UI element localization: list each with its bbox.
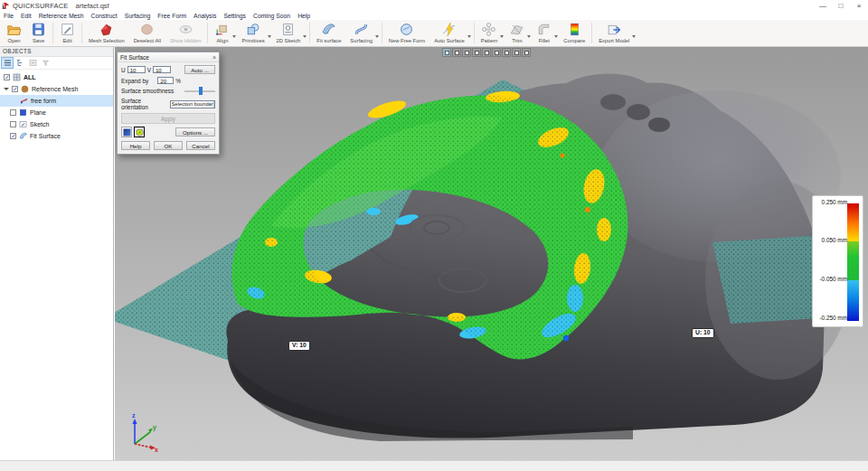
deselect-all-button[interactable]: Deselect All bbox=[129, 20, 165, 46]
smoothness-slider[interactable] bbox=[184, 87, 215, 95]
expand-by-label: Expand by bbox=[121, 78, 148, 84]
checkbox-fit-surface[interactable]: ✓ bbox=[10, 133, 16, 139]
view-isometric-button[interactable] bbox=[442, 48, 451, 57]
title-bar: QUICKSURFACE artefact.qsf — □ × bbox=[0, 0, 868, 11]
menu-help[interactable]: Help bbox=[294, 13, 314, 19]
tree-item-all[interactable]: ✓ ALL bbox=[0, 71, 113, 83]
v-input[interactable]: 10 bbox=[153, 66, 171, 73]
toolbar-separator bbox=[591, 23, 592, 43]
viewport-3d[interactable]: Fit Surface × U 10 V 10 Auto ... Expand … bbox=[115, 47, 868, 461]
tree-view-button[interactable] bbox=[14, 58, 25, 68]
view-bottom-button[interactable] bbox=[502, 48, 511, 57]
2d-sketch-icon bbox=[280, 22, 296, 37]
tree-label-all: ALL bbox=[24, 74, 36, 80]
menu-file[interactable]: File bbox=[0, 13, 17, 19]
legend-value-upper: 0.050 mm bbox=[815, 237, 847, 243]
collapse-arrow-icon[interactable] bbox=[4, 88, 9, 90]
options-button[interactable]: Options ... bbox=[175, 127, 215, 137]
document-title: artefact.qsf bbox=[76, 2, 109, 10]
objects-tree: ✓ ALL ✓ Reference Mesh free form bbox=[0, 71, 113, 142]
align-button[interactable]: Align bbox=[210, 20, 234, 46]
open-button[interactable]: Open bbox=[2, 20, 26, 46]
menu-settings[interactable]: Settings bbox=[220, 13, 250, 19]
trim-button[interactable]: Trim bbox=[505, 20, 529, 46]
tree-item-fit-surface[interactable]: ✓ Fit Surface bbox=[0, 130, 113, 142]
2d-sketch-button[interactable]: 2D Sketch bbox=[272, 20, 306, 46]
toolbar-separator bbox=[309, 23, 310, 43]
u-count-tag: U: 10 bbox=[692, 328, 714, 338]
view-back-button[interactable] bbox=[462, 48, 471, 57]
deselect-all-icon bbox=[139, 22, 155, 37]
tree-item-plane[interactable]: Plane bbox=[0, 107, 113, 118]
objects-panel: OBJECTS ✓ bbox=[0, 47, 114, 461]
edit-button[interactable]: Edit bbox=[55, 20, 80, 46]
tree-item-sketch[interactable]: Sketch bbox=[0, 118, 113, 130]
filter-button[interactable] bbox=[40, 58, 51, 68]
toolbar-separator bbox=[474, 23, 475, 43]
surfacing-icon bbox=[354, 22, 369, 37]
auto-button[interactable]: Auto ... bbox=[184, 65, 215, 74]
tree-item-free-form[interactable]: free form bbox=[0, 95, 113, 107]
checkbox-reference-mesh[interactable]: ✓ bbox=[12, 86, 18, 92]
axis-z-label: z bbox=[132, 412, 136, 419]
tree-item-reference-mesh[interactable]: ✓ Reference Mesh bbox=[0, 83, 113, 95]
app-title: QUICKSURFACE bbox=[13, 2, 69, 10]
help-button[interactable]: Help bbox=[121, 141, 150, 150]
dialog-close-icon[interactable]: × bbox=[212, 54, 216, 61]
compare-button[interactable]: Compare bbox=[559, 20, 590, 46]
fit-surface-button[interactable]: Fit surface bbox=[312, 20, 345, 46]
surfacing-button[interactable]: Surfacing bbox=[345, 20, 377, 46]
menu-construct[interactable]: Construct bbox=[88, 13, 121, 19]
new-free-form-button[interactable]: New Free Form bbox=[384, 20, 429, 46]
view-front-button[interactable] bbox=[452, 48, 461, 57]
checkbox-all[interactable]: ✓ bbox=[4, 74, 10, 80]
fillet-button[interactable]: Fillet bbox=[532, 20, 556, 46]
pattern-button[interactable]: Pattern bbox=[476, 20, 503, 46]
plain-color-toggle-button[interactable] bbox=[121, 127, 132, 137]
apply-button[interactable]: Apply bbox=[121, 113, 215, 124]
percent-label: % bbox=[175, 78, 181, 84]
dialog-title-bar[interactable]: Fit Surface × bbox=[118, 52, 219, 62]
app-logo-icon bbox=[2, 2, 10, 10]
ok-button[interactable]: OK bbox=[154, 141, 183, 150]
filter-icon bbox=[42, 59, 50, 67]
view-zoom-fit-button[interactable] bbox=[522, 48, 531, 57]
list-view-button[interactable] bbox=[2, 58, 13, 68]
view-top-button[interactable] bbox=[492, 48, 501, 57]
show-hidden-button[interactable]: Show Hidden bbox=[165, 20, 205, 46]
view-left-button[interactable] bbox=[472, 48, 481, 57]
expand-by-input[interactable]: 20 bbox=[157, 77, 174, 84]
expand-all-button[interactable] bbox=[27, 58, 38, 68]
select-dropdown-icon[interactable] bbox=[213, 101, 215, 108]
cancel-button[interactable]: Cancel bbox=[186, 141, 215, 150]
mesh-selection-button[interactable]: Mesh Selection bbox=[84, 20, 129, 46]
menu-coming-soon[interactable]: Coming Soon bbox=[250, 13, 294, 19]
checkbox-sketch[interactable] bbox=[10, 121, 16, 127]
primitives-button[interactable]: Primitives bbox=[237, 20, 269, 46]
deviation-legend: 0.250 mm 0.050 mm -0.050 mm -0.250 mm bbox=[812, 195, 863, 327]
minimize-button[interactable]: — bbox=[814, 0, 832, 11]
view-rotate-button[interactable] bbox=[512, 48, 521, 57]
menu-free-form[interactable]: Free Form bbox=[154, 13, 190, 19]
close-button[interactable]: × bbox=[850, 0, 868, 11]
tree-label-reference-mesh: Reference Mesh bbox=[32, 86, 78, 92]
plane-icon bbox=[19, 108, 27, 117]
colormap-toggle-button[interactable] bbox=[134, 127, 145, 137]
save-button[interactable]: Save bbox=[26, 20, 51, 46]
reference-mesh-icon bbox=[21, 85, 29, 93]
fillet-icon bbox=[536, 22, 552, 37]
view-right-button[interactable] bbox=[482, 48, 491, 57]
menu-analysis[interactable]: Analysis bbox=[190, 13, 220, 19]
u-input[interactable]: 10 bbox=[127, 66, 146, 73]
checkbox-plane[interactable] bbox=[10, 109, 16, 116]
menu-edit[interactable]: Edit bbox=[17, 13, 35, 19]
maximize-button[interactable]: □ bbox=[832, 0, 850, 11]
menu-reference-mesh[interactable]: Reference Mesh bbox=[35, 13, 88, 19]
orientation-select[interactable]: Selection boundar bbox=[170, 100, 215, 108]
viewport-3d-scene[interactable] bbox=[115, 47, 868, 461]
menu-surfacing[interactable]: Surfacing bbox=[121, 13, 155, 19]
export-model-button[interactable]: Export Model bbox=[594, 20, 634, 46]
slider-handle[interactable] bbox=[199, 87, 203, 95]
auto-surface-button[interactable]: Auto Surface bbox=[429, 20, 469, 46]
toolbar-separator bbox=[207, 23, 208, 43]
